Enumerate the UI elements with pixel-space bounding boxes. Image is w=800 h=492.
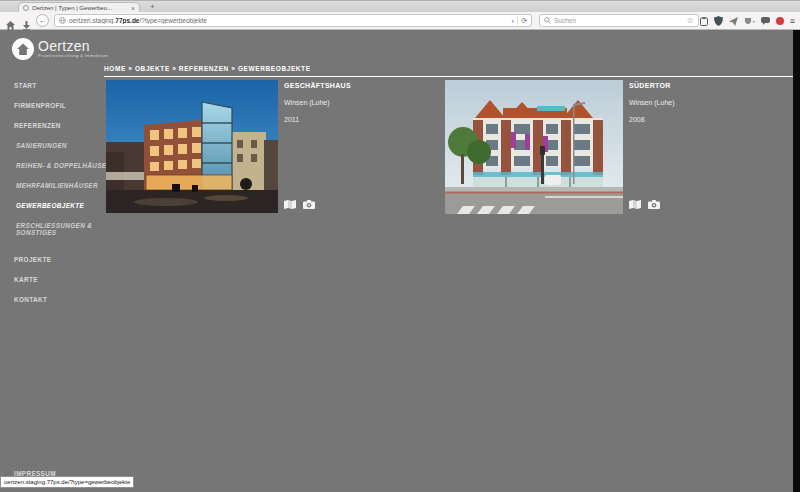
sidebar-item-erschliessungen[interactable]: ERSCHLIESSUNGEN & SONSTIGES (16, 222, 96, 236)
site-logo[interactable]: Oertzen Projektentwicklung & Immobilien (12, 38, 108, 60)
listing-year: 2008 (629, 116, 779, 123)
listing-year: 2011 (284, 116, 434, 123)
caret-down-icon: ▾ (753, 19, 755, 24)
browser-toolbar: ← oertzen.staging.77ps.de/?type=gewerbeo… (0, 12, 800, 30)
listing-location: Winsen (Luhe) (284, 99, 434, 106)
sidebar-item-start[interactable]: START (14, 82, 106, 89)
breadcrumb[interactable]: HOME » OBJEKTE » REFERENZEN » GEWERBEOBJ… (104, 65, 793, 77)
sidebar-nav: START FIRMENPROFIL REFERENZEN SANIERUNGE… (14, 82, 106, 316)
listing-title: SÜDERTOR (629, 82, 779, 89)
sidebar-item-projekte[interactable]: PROJEKTE (14, 256, 106, 263)
sidebar-item-reihen-doppelhaeuser[interactable]: REIHEN- & DOPPELHÄUSER (16, 162, 106, 169)
listing-title: GESCHÄFTSHAUS (284, 82, 434, 89)
listing-photo-suedertor[interactable] (445, 80, 623, 214)
browser-window: Oertzen | Typen | Gewerbeo... × + ← oert… (0, 0, 800, 492)
tab-title: Oertzen | Typen | Gewerbeo... (32, 5, 128, 11)
tab-bar: Oertzen | Typen | Gewerbeo... × + (0, 0, 800, 12)
sidebar-item-karte[interactable]: KARTE (14, 276, 106, 283)
sidebar-item-kontakt[interactable]: KONTAKT (14, 296, 106, 303)
adblock-badge-icon[interactable] (776, 17, 784, 25)
sidebar-item-gewerbeobjekte[interactable]: GEWERBEOBJEKTE (16, 202, 106, 209)
bookmark-star-icon[interactable]: ☆ (687, 17, 694, 25)
camera-icon[interactable] (303, 200, 315, 209)
listing-photo-geschaeftshaus[interactable] (106, 80, 278, 214)
logo-text: Oertzen (38, 38, 108, 54)
reload-icon[interactable]: ⟳ (521, 17, 527, 25)
listing-meta: GESCHÄFTSHAUS Winsen (Luhe) 2011 (284, 80, 434, 214)
send-plane-icon[interactable] (729, 17, 738, 26)
listing-item: GESCHÄFTSHAUS Winsen (Luhe) 2011 (106, 80, 445, 214)
url-separator (517, 16, 518, 25)
pocket-dropdown[interactable]: ▾ (744, 17, 755, 25)
listing-actions (284, 200, 315, 209)
search-input[interactable] (554, 15, 694, 26)
tab-close-icon[interactable]: × (131, 5, 135, 12)
shield-icon[interactable] (714, 16, 723, 26)
site-identity-globe-icon (59, 17, 66, 24)
url-bar[interactable]: oertzen.staging.77ps.de/?type=gewerbeobj… (54, 14, 532, 27)
right-edge-strip (793, 30, 800, 492)
map-icon[interactable] (629, 200, 641, 209)
logo-subtitle: Projektentwicklung & Immobilien (38, 54, 108, 58)
new-tab-button[interactable]: + (150, 2, 155, 12)
toolbar-action-icons: ☆ ▾ ≡ (687, 15, 795, 27)
tab-favicon-icon (23, 5, 29, 11)
sidebar-item-firmenprofil[interactable]: FIRMENPROFIL (14, 102, 106, 109)
listing-grid: GESCHÄFTSHAUS Winsen (Luhe) 2011 (106, 80, 779, 214)
camera-icon[interactable] (648, 200, 660, 209)
url-text: oertzen.staging.77ps.de/?type=gewerbeobj… (69, 17, 509, 24)
listing-item: SÜDERTOR Winsen (Luhe) 2008 (445, 80, 779, 214)
logo-house-icon (12, 38, 34, 60)
pocket-icon (744, 17, 752, 25)
listing-meta: SÜDERTOR Winsen (Luhe) 2008 (629, 80, 779, 214)
chat-bubble-icon[interactable] (761, 17, 770, 25)
back-arrow-icon: ← (39, 17, 47, 25)
listing-actions (629, 200, 660, 209)
bookmarks-panel-icon[interactable] (700, 17, 708, 26)
hamburger-menu-icon[interactable]: ≡ (790, 17, 795, 26)
sidebar-item-referenzen[interactable]: REFERENZEN (14, 122, 106, 129)
url-dropdown-icon[interactable]: ▾ (512, 18, 515, 24)
search-icon (544, 17, 551, 24)
back-button[interactable]: ← (36, 14, 49, 27)
listing-location: Winsen (Luhe) (629, 99, 779, 106)
map-icon[interactable] (284, 200, 296, 209)
page-content: Oertzen Projektentwicklung & Immobilien … (0, 30, 800, 492)
search-bar[interactable] (539, 14, 699, 27)
status-url-tooltip: oertzen.staging.77ps.de/?type=gewerbeobj… (0, 476, 134, 488)
sidebar-item-mehrfamilienhaeuser[interactable]: MEHRFAMILIENHÄUSER (16, 182, 106, 189)
sidebar-item-sanierungen[interactable]: SANIERUNGEN (16, 142, 106, 149)
